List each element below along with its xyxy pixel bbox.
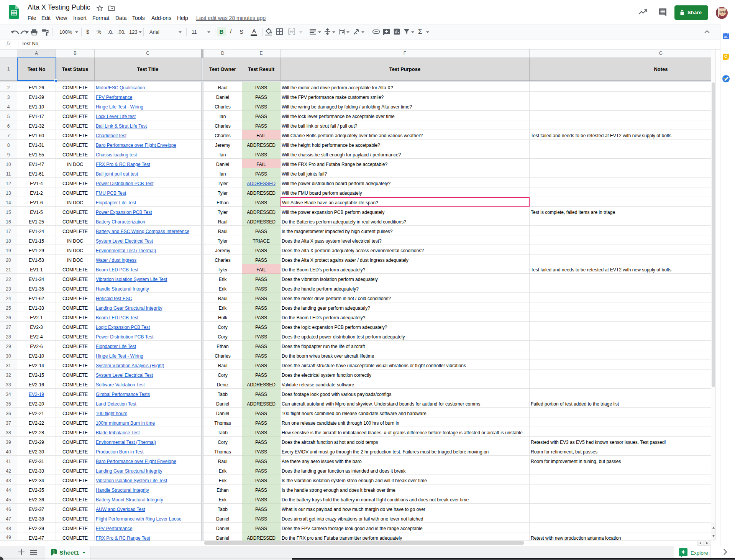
svg-text:1: 1 (53, 550, 55, 554)
svg-text:31: 31 (724, 35, 728, 39)
